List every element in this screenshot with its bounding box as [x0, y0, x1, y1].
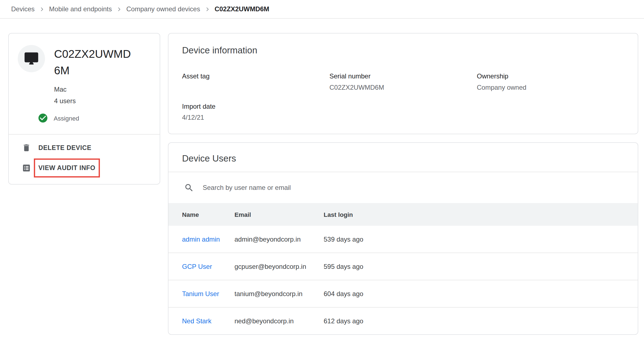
user-name-link[interactable]: Ned Stark [182, 317, 235, 325]
table-row[interactable]: GCP User gcpuser@beyondcorp.in 595 days … [168, 253, 638, 280]
breadcrumb-item[interactable]: Mobile and endpoints [49, 6, 112, 13]
device-meta: Mac 4 users [54, 84, 160, 107]
info-field-label: Serial number [329, 72, 477, 80]
column-header-name: Name [182, 211, 235, 218]
user-name-link[interactable]: admin admin [182, 236, 235, 243]
chevron-right-icon [116, 6, 122, 12]
info-field-value: C02ZX2UWMD6M [329, 83, 477, 91]
annotation-highlight-box: VIEW AUDIT INFO [34, 158, 100, 177]
users-table-header: Name Email Last login [168, 203, 638, 226]
user-email: gcpuser@beyondcorp.in [234, 263, 324, 270]
user-last-login: 612 days ago [324, 317, 624, 325]
device-summary-card: C02ZX2UWMD6M Mac 4 users Assigned DELETE… [8, 33, 160, 185]
main-content: C02ZX2UWMD6M Mac 4 users Assigned DELETE… [0, 19, 644, 335]
user-last-login: 604 days ago [324, 290, 624, 297]
table-row[interactable]: Tanium User tanium@beyondcorp.in 604 day… [168, 280, 638, 308]
table-row[interactable]: Ned Stark ned@beyondcorp.in 612 days ago [168, 308, 638, 335]
info-field: Ownership Company owned [477, 72, 624, 91]
delete-device-button[interactable]: DELETE DEVICE [9, 138, 160, 158]
device-users-title: Device Users [182, 152, 624, 165]
breadcrumb: DevicesMobile and endpointsCompany owned… [0, 0, 644, 19]
info-field-label: Ownership [477, 72, 624, 80]
breadcrumb-item[interactable]: Devices [11, 6, 35, 13]
user-email: ned@beyondcorp.in [234, 317, 324, 325]
device-actions: DELETE DEVICE VIEW AUDIT INFO [9, 135, 160, 184]
chevron-right-icon [205, 6, 210, 12]
info-field-label: Asset tag [182, 72, 330, 80]
info-field-value: 4/12/21 [182, 114, 330, 122]
info-field-value: Company owned [477, 83, 624, 91]
device-card-header: C02ZX2UWMD6M [9, 34, 160, 79]
device-avatar [18, 45, 45, 72]
info-field-value [182, 83, 330, 91]
user-last-login: 539 days ago [324, 236, 624, 243]
user-name-link[interactable]: GCP User [182, 263, 235, 270]
device-information-title: Device information [182, 44, 624, 57]
view-audit-info-label: VIEW AUDIT INFO [39, 164, 95, 172]
view-audit-info-button[interactable]: VIEW AUDIT INFO [9, 158, 160, 178]
viewport: DevicesMobile and endpointsCompany owned… [0, 0, 644, 339]
breadcrumb-item: C02ZX2UWMD6M [215, 6, 269, 13]
user-email: admin@beyondcorp.in [234, 236, 324, 243]
chevron-right-icon [39, 6, 45, 12]
user-search-input[interactable] [202, 184, 624, 192]
device-users-count: 4 users [54, 95, 160, 107]
device-status: Assigned [38, 113, 160, 124]
right-column: Device information Asset tag Serial numb… [168, 33, 638, 335]
device-info-grid: Asset tag Serial number C02ZX2UWMD6M Own… [182, 72, 624, 122]
info-field: Import date 4/12/21 [182, 102, 330, 121]
user-search-bar [168, 172, 638, 203]
user-name-link[interactable]: Tanium User [182, 290, 235, 297]
list-icon [22, 163, 31, 173]
user-email: tanium@beyondcorp.in [234, 290, 324, 297]
column-header-email: Email [234, 211, 324, 218]
column-header-last-login: Last login [324, 211, 624, 218]
device-name: C02ZX2UWMD6M [54, 46, 137, 79]
info-field-label: Import date [182, 102, 330, 110]
delete-device-label: DELETE DEVICE [39, 144, 92, 152]
check-circle-icon [38, 113, 48, 124]
admin-console-page: DevicesMobile and endpointsCompany owned… [0, 0, 644, 339]
device-users-header: Device Users [168, 143, 638, 172]
desktop-icon [24, 51, 39, 66]
device-users-card: Device Users Name Email Last login admin… [168, 143, 638, 335]
info-field: Asset tag [182, 72, 330, 91]
users-table-body: admin admin admin@beyondcorp.in 539 days… [168, 226, 638, 335]
breadcrumb-item[interactable]: Company owned devices [126, 6, 200, 13]
trash-icon [22, 143, 31, 152]
info-field: Serial number C02ZX2UWMD6M [329, 72, 477, 91]
device-information-card: Device information Asset tag Serial numb… [168, 33, 638, 134]
device-type: Mac [54, 84, 160, 95]
user-last-login: 595 days ago [324, 263, 624, 270]
search-icon [184, 183, 194, 193]
table-row[interactable]: admin admin admin@beyondcorp.in 539 days… [168, 226, 638, 253]
status-badge: Assigned [54, 114, 79, 122]
